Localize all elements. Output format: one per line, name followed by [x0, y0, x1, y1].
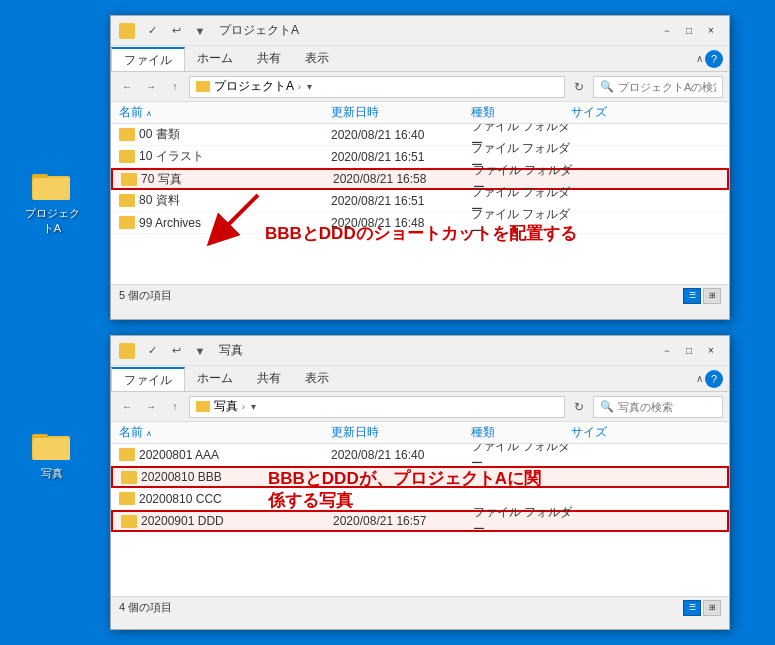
view-list-btn-2[interactable]: ☰: [683, 600, 701, 616]
address-path-2[interactable]: 写真 › ▾: [189, 396, 565, 418]
file-name-1-4: 99 Archives: [139, 216, 201, 230]
close-button-1[interactable]: ×: [701, 21, 721, 41]
svg-rect-5: [33, 438, 70, 460]
help-button-1[interactable]: ?: [705, 50, 723, 68]
file-row-2-3[interactable]: 20200901 DDD 2020/08/21 16:57 ファイル フォルダー: [111, 510, 729, 532]
window-title-2: 写真: [219, 342, 243, 359]
folder-icon-1-3: [119, 194, 135, 207]
col-date-1[interactable]: 更新日時: [331, 104, 471, 121]
search-icon-1: 🔍: [600, 80, 614, 93]
file-name-1-0: 00 書類: [139, 126, 180, 143]
file-row-1-0[interactable]: 00 書類 2020/08/21 16:40 ファイル フォルダー: [111, 124, 729, 146]
file-date-2-0: 2020/08/21 16:40: [331, 448, 471, 462]
up-button-2[interactable]: ↑: [165, 397, 185, 417]
explorer-window-1: ✓ ↩ ▼ プロジェクトA － □ × ファイル ホーム 共有 表示 ∧ ? ←…: [110, 15, 730, 320]
forward-button-1[interactable]: →: [141, 77, 161, 97]
view-grid-btn-2[interactable]: ⊞: [703, 600, 721, 616]
forward-button-2[interactable]: →: [141, 397, 161, 417]
col-name-2[interactable]: 名前 ∧: [111, 424, 331, 441]
status-bar-1: 5 個の項目 ☰ ⊞: [111, 284, 729, 306]
dropdown-icon-2[interactable]: ▼: [189, 340, 211, 362]
ribbon-collapse-2[interactable]: ∧: [696, 373, 703, 384]
path-dropdown-2[interactable]: ▾: [251, 401, 256, 412]
folder-icon-2-2: [119, 492, 135, 505]
path-chevron-1: ›: [298, 82, 301, 92]
tab-view-2[interactable]: 表示: [293, 366, 341, 391]
title-bar-tools-2: ✓ ↩ ▼: [141, 340, 211, 362]
minimize-button-1[interactable]: －: [657, 21, 677, 41]
file-list-2: 20200801 AAA 2020/08/21 16:40 ファイル フォルダー…: [111, 444, 729, 596]
file-date-1-3: 2020/08/21 16:51: [331, 194, 471, 208]
col-type-1[interactable]: 種類: [471, 104, 571, 121]
column-header-1: 名前 ∧ 更新日時 種類 サイズ: [111, 102, 729, 124]
folder-icon: [32, 170, 72, 202]
file-date-1-1: 2020/08/21 16:51: [331, 150, 471, 164]
address-path-1[interactable]: プロジェクトA › ▾: [189, 76, 565, 98]
file-name-2-1: 20200810 BBB: [141, 470, 222, 484]
tab-file-1[interactable]: ファイル: [111, 47, 185, 71]
window-title-1: プロジェクトA: [219, 22, 299, 39]
folder-icon-1-1: [119, 150, 135, 163]
minimize-button-2[interactable]: －: [657, 341, 677, 361]
tab-share-2[interactable]: 共有: [245, 366, 293, 391]
tab-home-1[interactable]: ホーム: [185, 46, 245, 71]
undo-icon-2[interactable]: ↩: [165, 340, 187, 362]
status-text-1: 5 個の項目: [119, 288, 172, 303]
file-row-1-1[interactable]: 10 イラスト 2020/08/21 16:51 ファイル フォルダー: [111, 146, 729, 168]
col-date-2[interactable]: 更新日時: [331, 424, 471, 441]
path-folder-icon-1: [196, 81, 210, 92]
title-bar-1: ✓ ↩ ▼ プロジェクトA － □ ×: [111, 16, 729, 46]
address-bar-1: ← → ↑ プロジェクトA › ▾ ↻ 🔍: [111, 72, 729, 102]
col-size-1[interactable]: サイズ: [571, 104, 631, 121]
file-date-1-0: 2020/08/21 16:40: [331, 128, 471, 142]
file-name-2-3: 20200901 DDD: [141, 514, 224, 528]
close-button-2[interactable]: ×: [701, 341, 721, 361]
view-grid-btn-1[interactable]: ⊞: [703, 288, 721, 304]
tab-home-2[interactable]: ホーム: [185, 366, 245, 391]
path-text-1: プロジェクトA: [214, 78, 294, 95]
dropdown-icon[interactable]: ▼: [189, 20, 211, 42]
up-button-1[interactable]: ↑: [165, 77, 185, 97]
col-size-2[interactable]: サイズ: [571, 424, 631, 441]
maximize-button-2[interactable]: □: [679, 341, 699, 361]
file-name-1-3: 80 資料: [139, 192, 180, 209]
title-bar-2: ✓ ↩ ▼ 写真 － □ ×: [111, 336, 729, 366]
file-name-1-1: 10 イラスト: [139, 148, 204, 165]
svg-line-6: [218, 195, 258, 235]
view-list-btn-1[interactable]: ☰: [683, 288, 701, 304]
save-icon[interactable]: ✓: [141, 20, 163, 42]
path-dropdown-1[interactable]: ▾: [307, 81, 312, 92]
save-icon-2[interactable]: ✓: [141, 340, 163, 362]
desktop-icon-photos[interactable]: 写真: [20, 430, 84, 481]
refresh-button-2[interactable]: ↻: [569, 397, 589, 417]
search-box-1[interactable]: 🔍: [593, 76, 723, 98]
folder-icon-1-0: [119, 128, 135, 141]
col-name-1[interactable]: 名前 ∧: [111, 104, 331, 121]
file-name-2-0: 20200801 AAA: [139, 448, 219, 462]
svg-rect-2: [33, 178, 70, 200]
back-button-2[interactable]: ←: [117, 397, 137, 417]
view-toggle-2: ☰ ⊞: [683, 600, 721, 616]
undo-icon[interactable]: ↩: [165, 20, 187, 42]
tab-share-1[interactable]: 共有: [245, 46, 293, 71]
file-name-1-2: 70 写真: [141, 171, 182, 188]
toolbar-tabs-1: ファイル ホーム 共有 表示 ∧ ?: [111, 46, 729, 72]
search-box-2[interactable]: 🔍: [593, 396, 723, 418]
annotation-text-1: BBBとDDDのショートカットを配置する: [265, 222, 577, 245]
folder-icon-2-3: [121, 515, 137, 528]
refresh-button-1[interactable]: ↻: [569, 77, 589, 97]
window-controls-1: － □ ×: [657, 21, 721, 41]
col-type-2[interactable]: 種類: [471, 424, 571, 441]
help-button-2[interactable]: ?: [705, 370, 723, 388]
tab-file-2[interactable]: ファイル: [111, 367, 185, 391]
back-button-1[interactable]: ←: [117, 77, 137, 97]
desktop-icon-project-a[interactable]: プロジェクトA: [20, 170, 84, 236]
tab-view-1[interactable]: 表示: [293, 46, 341, 71]
ribbon-collapse-1[interactable]: ∧: [696, 53, 703, 64]
search-icon-2: 🔍: [600, 400, 614, 413]
search-input-2[interactable]: [618, 401, 716, 413]
search-input-1[interactable]: [618, 81, 716, 93]
maximize-button-1[interactable]: □: [679, 21, 699, 41]
file-name-2-2: 20200810 CCC: [139, 492, 222, 506]
file-row-2-0[interactable]: 20200801 AAA 2020/08/21 16:40 ファイル フォルダー: [111, 444, 729, 466]
